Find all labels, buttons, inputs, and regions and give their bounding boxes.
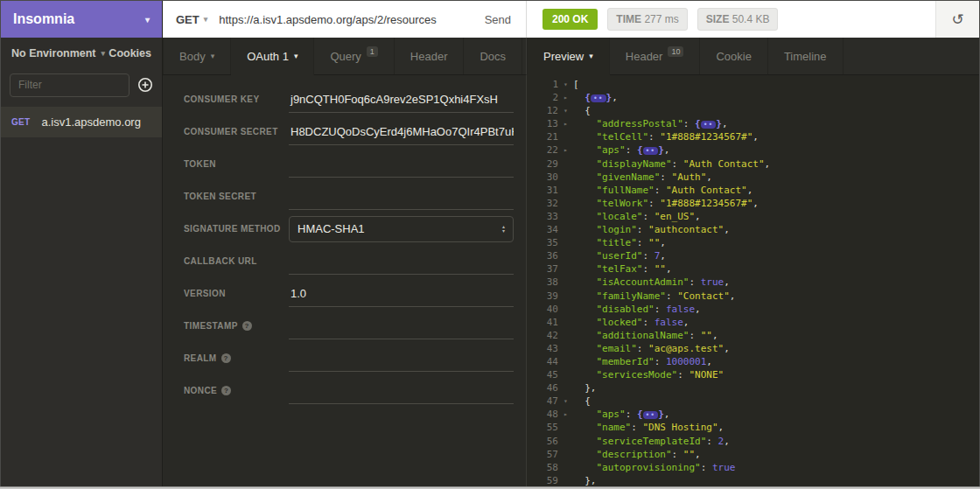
line-number: 21 bbox=[527, 130, 558, 143]
field-label: TOKEN SECRET bbox=[184, 192, 289, 201]
callback-url-input[interactable] bbox=[289, 248, 514, 275]
line-number: 35 bbox=[527, 236, 558, 249]
res-tab-header[interactable]: Header10 bbox=[610, 38, 701, 74]
request-pane: GET ▾ https://a.isv1.apsdemo.org/aps/2/r… bbox=[163, 1, 526, 486]
res-tab-timeline[interactable]: Timeline bbox=[768, 38, 844, 74]
tab-oauth-1[interactable]: OAuth 1▾ bbox=[231, 38, 314, 75]
fold-toggle-icon[interactable]: ▾ bbox=[558, 104, 573, 117]
help-icon: ? bbox=[221, 353, 231, 363]
field-label: CALLBACK URL bbox=[184, 256, 289, 266]
code-line: 2▸ {••}, bbox=[527, 91, 979, 104]
code-line: 32 "telWork": "1#888#1234567#", bbox=[527, 197, 979, 210]
cookies-button[interactable]: Cookies bbox=[108, 47, 151, 59]
code-text: "telWork": "1#888#1234567#", bbox=[573, 197, 979, 210]
code-line: 42 "additionalName": "", bbox=[527, 329, 979, 342]
filter-input[interactable] bbox=[10, 73, 130, 97]
code-line: 1▾[ bbox=[527, 78, 979, 91]
code-text: "locked": false, bbox=[573, 316, 979, 329]
fold-toggle-icon[interactable]: ▸ bbox=[558, 117, 573, 130]
line-number: 44 bbox=[527, 355, 558, 368]
oauth1-form: CONSUMER KEYj9nCQTH0Foq6cA9rev2eSP1Qxhi4… bbox=[163, 75, 526, 486]
fold-gutter bbox=[558, 130, 573, 143]
code-text: "isAccountAdmin": true, bbox=[573, 276, 979, 289]
line-number: 39 bbox=[527, 290, 558, 303]
code-text: "memberId": 1000001, bbox=[573, 355, 979, 368]
code-line: 33 "locale": "en_US", bbox=[527, 210, 979, 223]
line-number: 55 bbox=[527, 421, 558, 434]
fold-toggle-icon[interactable]: ▾ bbox=[558, 395, 573, 408]
tab-label: OAuth 1 bbox=[247, 50, 289, 63]
code-text: "name": "DNS Hosting", bbox=[573, 421, 979, 434]
field-label-text: SIGNATURE METHOD bbox=[184, 224, 281, 234]
code-text: "servicesMode": "NONE" bbox=[573, 368, 979, 381]
code-text: "givenName": "Auth", bbox=[573, 171, 979, 184]
tab-label: Timeline bbox=[784, 50, 827, 63]
line-number: 36 bbox=[527, 249, 558, 262]
method-selector[interactable]: GET ▾ bbox=[176, 13, 207, 26]
tab-query[interactable]: Query1 bbox=[314, 38, 394, 74]
tab-header[interactable]: Header bbox=[395, 38, 465, 74]
request-item[interactable]: GET a.isv1.apsdemo.org bbox=[1, 107, 162, 137]
environment-selector[interactable]: No Environment ▾ bbox=[11, 47, 105, 59]
oauth-field-callback-url: CALLBACK URL bbox=[184, 245, 514, 277]
url-input[interactable]: https://a.isv1.apsdemo.org/aps/2/resourc… bbox=[214, 13, 476, 26]
workspace-dropdown[interactable]: Insomnia ▾ bbox=[1, 1, 162, 38]
line-number: 1 bbox=[527, 78, 558, 91]
code-line: 56 "serviceTemplateId": 2, bbox=[527, 435, 979, 448]
token-secret-input[interactable] bbox=[289, 184, 514, 210]
realm-input[interactable] bbox=[289, 346, 514, 372]
consumer-secret-input[interactable]: H8DCZUQoDsCyErd4j6MHaOo7QIr4PBt7uH bbox=[289, 119, 514, 145]
response-json-viewer: 1▾[2▸ {••},12▾ {13▸ "addressPostal": {••… bbox=[526, 75, 979, 486]
fold-toggle-icon[interactable]: ▸ bbox=[558, 143, 573, 157]
line-number: 42 bbox=[527, 329, 558, 342]
line-number: 12 bbox=[527, 104, 558, 117]
line-number: 30 bbox=[527, 171, 558, 184]
code-line: 48▸ "aps": {••}, bbox=[527, 408, 979, 421]
nonce-input[interactable] bbox=[289, 378, 514, 404]
url-bar: GET ▾ https://a.isv1.apsdemo.org/aps/2/r… bbox=[163, 1, 526, 38]
request-tab-bar: Body▾OAuth 1▾Query1HeaderDocs bbox=[163, 38, 526, 75]
tab-label: Cookie bbox=[716, 50, 751, 63]
consumer-key-input[interactable]: j9nCQTH0Foq6cA9rev2eSP1Qxhi4FXsH bbox=[289, 87, 514, 113]
code-text: "aps": {••}, bbox=[573, 143, 979, 157]
chevron-down-icon: ▾ bbox=[589, 52, 593, 60]
line-number: 33 bbox=[527, 210, 558, 223]
tab-label: Body bbox=[179, 50, 206, 63]
line-number: 34 bbox=[527, 223, 558, 236]
token-input[interactable] bbox=[289, 151, 514, 178]
code-text: }, bbox=[573, 381, 979, 395]
res-tab-preview[interactable]: Preview▾ bbox=[527, 38, 610, 75]
code-line: 55 "name": "DNS Hosting", bbox=[527, 421, 979, 434]
response-history-icon[interactable]: ↺ bbox=[935, 1, 979, 38]
timestamp-input[interactable] bbox=[289, 313, 514, 339]
res-tab-cookie[interactable]: Cookie bbox=[700, 38, 767, 74]
field-label: NONCE? bbox=[184, 386, 289, 395]
fold-gutter bbox=[558, 197, 573, 210]
oauth-field-consumer-key: CONSUMER KEYj9nCQTH0Foq6cA9rev2eSP1Qxhi4… bbox=[184, 83, 514, 115]
send-button[interactable]: Send bbox=[483, 13, 513, 26]
tab-docs[interactable]: Docs bbox=[464, 38, 522, 74]
fold-toggle-icon[interactable]: ▾ bbox=[558, 78, 573, 91]
code-line: 41 "locked": false, bbox=[527, 316, 979, 329]
request-method-badge: GET bbox=[11, 117, 30, 127]
select-spinner-icon: ▴▾ bbox=[502, 225, 505, 234]
oauth-field-timestamp: TIMESTAMP? bbox=[184, 310, 514, 342]
field-label-text: CALLBACK URL bbox=[184, 256, 257, 266]
oauth-field-signature-method: SIGNATURE METHODHMAC-SHA1▴▾ bbox=[184, 213, 514, 245]
code-line: 45 "servicesMode": "NONE" bbox=[527, 368, 979, 381]
line-number: 31 bbox=[527, 184, 558, 197]
chevron-down-icon: ▾ bbox=[145, 15, 150, 24]
fold-gutter bbox=[558, 435, 573, 448]
tab-body[interactable]: Body▾ bbox=[163, 38, 231, 74]
field-label: VERSION bbox=[184, 289, 289, 298]
code-text: {••}, bbox=[573, 91, 979, 104]
line-number: 13 bbox=[527, 117, 558, 130]
fold-toggle-icon[interactable]: ▸ bbox=[558, 91, 573, 104]
signature-method-select[interactable]: HMAC-SHA1▴▾ bbox=[289, 216, 514, 242]
version-input[interactable]: 1.0 bbox=[289, 281, 514, 307]
fold-gutter bbox=[558, 210, 573, 223]
field-label-text: TIMESTAMP bbox=[184, 321, 238, 331]
code-line: 47▾ { bbox=[527, 395, 979, 408]
fold-toggle-icon[interactable]: ▸ bbox=[558, 408, 573, 421]
plus-circle-icon[interactable] bbox=[137, 77, 153, 93]
